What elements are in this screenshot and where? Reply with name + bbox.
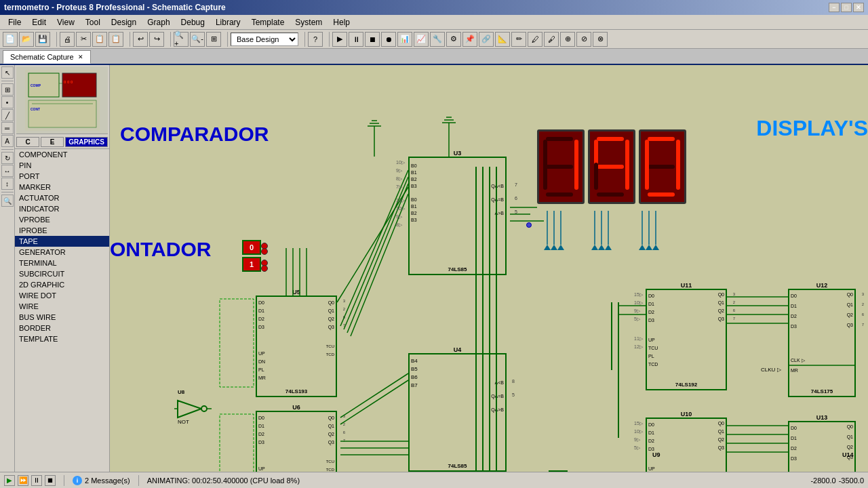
tb-b13[interactable]: 🖊 — [528, 32, 542, 47]
mode-graphics[interactable]: GRAPHICS — [65, 137, 108, 147]
tb-zoomout[interactable]: 🔍- — [190, 32, 205, 47]
tb-print[interactable]: 🖨 — [60, 32, 75, 47]
play-button[interactable]: ▶ — [4, 475, 15, 486]
comp-template[interactable]: TEMPLATE — [15, 333, 109, 344]
comp-pin[interactable]: PIN — [15, 160, 109, 171]
menu-debug[interactable]: Debug — [176, 16, 210, 28]
schematic-canvas[interactable]: COMPARADOR ONTADOR DISPLAY'S — [110, 65, 868, 472]
tb-zoom-all[interactable]: ⊞ — [206, 32, 221, 47]
comp-buswire[interactable]: BUS WIRE — [15, 312, 109, 323]
tool-rotate[interactable]: ↻ — [1, 152, 14, 164]
comp-subcircuit[interactable]: SUBCIRCUIT — [15, 268, 109, 279]
label-contador: ONTADOR — [110, 238, 211, 261]
u11-pl: PL — [648, 354, 654, 359]
tb-b4[interactable]: ⏺ — [381, 32, 396, 47]
comp-wire[interactable]: WIRE — [15, 301, 109, 312]
tb-cut[interactable]: ✂ — [76, 32, 91, 47]
u11-d3: D3 — [648, 318, 654, 323]
comp-generator[interactable]: GENERATOR — [15, 247, 109, 258]
pin-15: 10▷ — [396, 206, 405, 211]
u3-pin-b1b: B1 — [411, 204, 417, 209]
comp-2dgraphic[interactable]: 2D GRAPHIC — [15, 279, 109, 290]
tb-b15[interactable]: ⊕ — [560, 32, 575, 47]
menu-system[interactable]: System — [290, 16, 328, 28]
menu-edit[interactable]: Edit — [26, 16, 52, 28]
tool-component[interactable]: ⊞ — [1, 83, 14, 96]
comp-border[interactable]: BORDER — [15, 323, 109, 333]
u6-q0: Q0 — [328, 415, 334, 420]
tb-b14[interactable]: 🖋 — [544, 32, 559, 47]
tb-b2[interactable]: ⏸ — [349, 32, 363, 47]
tb-help[interactable]: ? — [308, 32, 323, 47]
mode-c[interactable]: C — [16, 137, 39, 147]
tool-mirror-h[interactable]: ↔ — [1, 165, 14, 177]
tb-new[interactable]: 📄 — [3, 32, 18, 47]
tb-b12[interactable]: ✏ — [511, 32, 526, 47]
tb-b5[interactable]: 📊 — [397, 32, 412, 47]
menu-graph[interactable]: Graph — [142, 16, 175, 28]
menu-view[interactable]: View — [52, 16, 80, 28]
design-dropdown[interactable]: Base Design — [231, 33, 298, 46]
mode-e[interactable]: E — [41, 137, 64, 147]
close-button[interactable]: ✕ — [853, 3, 864, 12]
tb-b1[interactable]: ▶ — [332, 32, 347, 47]
menu-tool[interactable]: Tool — [80, 16, 106, 28]
menu-help[interactable]: Help — [328, 16, 355, 28]
comp-vprobe[interactable]: VPROBE — [15, 214, 109, 225]
seg-3-bl — [645, 163, 649, 190]
tb-paste[interactable]: 📋 — [108, 32, 123, 47]
comp-actuator[interactable]: ACTUATOR — [15, 192, 109, 203]
u11-pin-6: 6 — [733, 308, 735, 312]
tb-b16[interactable]: ⊘ — [576, 32, 591, 47]
u6-d1: D1 — [258, 424, 264, 428]
pause-button[interactable]: ⏸ — [31, 475, 42, 486]
tb-b3[interactable]: ⏹ — [365, 32, 380, 47]
comp-indicator[interactable]: INDICATOR — [15, 203, 109, 214]
comp-iprobe[interactable]: IPROBE — [15, 225, 109, 236]
tool-zoom[interactable]: 🔍 — [1, 195, 14, 207]
tb-b17[interactable]: ⊗ — [593, 32, 608, 47]
ic-u13: U13 D0 D1 D2 D3 Q0 Q1 Q2 Q3 CLK ▷ MR 74L… — [788, 421, 856, 472]
tb-b10[interactable]: 🔗 — [479, 32, 494, 47]
stop-button[interactable]: ⏹ — [45, 475, 56, 486]
tab-close[interactable]: ✕ — [78, 54, 83, 60]
minimize-button[interactable]: − — [829, 3, 840, 12]
comp-terminal[interactable]: TERMINAL — [15, 258, 109, 268]
tab-schematic[interactable]: Schematic Capture ✕ — [3, 50, 91, 64]
comp-port[interactable]: PORT — [15, 171, 109, 182]
tool-bus[interactable]: ═ — [1, 122, 14, 134]
menu-design[interactable]: Design — [106, 16, 142, 28]
comp-marker[interactable]: MARKER — [15, 182, 109, 192]
tool-text[interactable]: A — [1, 135, 14, 147]
menu-file[interactable]: File — [3, 16, 26, 28]
tb-zoomin[interactable]: 🔍+ — [174, 32, 189, 47]
u3-pin-b2: B2 — [411, 177, 417, 182]
tb-b11[interactable]: 📐 — [495, 32, 510, 47]
u4-label: U4 — [454, 346, 462, 353]
menu-template[interactable]: Template — [246, 16, 290, 28]
u14-label: U14 — [842, 451, 854, 458]
tool-mirror-v[interactable]: ↕ — [1, 178, 14, 190]
tb-undo[interactable]: ↩ — [133, 32, 148, 47]
maximize-button[interactable]: □ — [841, 3, 852, 12]
tool-select[interactable]: ↖ — [1, 66, 14, 79]
ic-u12: U12 D0 D1 D2 D3 Q0 Q1 Q2 Q3 CLK ▷ MR 74L… — [788, 289, 856, 397]
tb-b9[interactable]: 📌 — [462, 32, 477, 47]
preview-svg: COMP 0 0 0 CONT — [25, 70, 100, 131]
comp-wiredot[interactable]: WIRE DOT — [15, 290, 109, 301]
tb-open[interactable]: 📂 — [19, 32, 34, 47]
tb-b8[interactable]: ⚙ — [446, 32, 461, 47]
svg-line-57 — [340, 380, 408, 424]
tool-junction[interactable]: • — [1, 96, 14, 108]
menu-library[interactable]: Library — [210, 16, 246, 28]
tb-redo[interactable]: ↪ — [149, 32, 164, 47]
tb-b6[interactable]: 📈 — [414, 32, 429, 47]
tb-copy[interactable]: 📋 — [92, 32, 107, 47]
comp-component[interactable]: COMPONENT — [15, 149, 109, 160]
tb-b7[interactable]: 🔧 — [430, 32, 445, 47]
step-button[interactable]: ⏩ — [18, 475, 28, 486]
tb-save[interactable]: 💾 — [35, 32, 50, 47]
seg-2-br — [625, 163, 629, 190]
tool-wire[interactable]: ╱ — [1, 109, 14, 121]
comp-tape[interactable]: TAPE — [15, 236, 109, 247]
